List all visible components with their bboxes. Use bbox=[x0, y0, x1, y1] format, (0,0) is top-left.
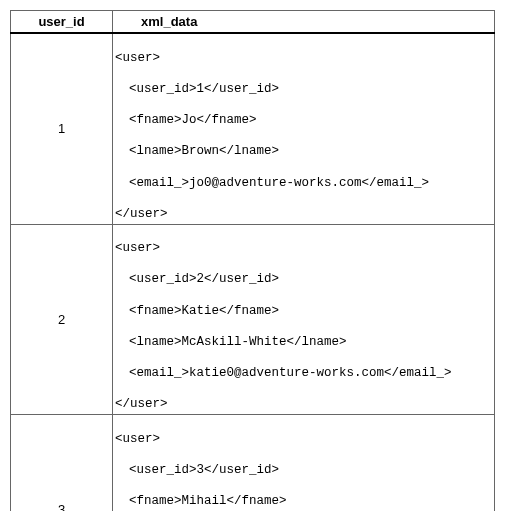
xml-email-line: <email_>jo0@adventure-works.com</email_> bbox=[115, 176, 490, 192]
cell-user-id: 1 bbox=[11, 33, 113, 224]
cell-xml-data: <user> <user_id>3</user_id> <fname>Mihai… bbox=[113, 415, 495, 512]
xml-user-id-line: <user_id>1</user_id> bbox=[115, 82, 490, 98]
xml-open-tag: <user> bbox=[115, 432, 490, 448]
xml-close-tag: </user> bbox=[115, 397, 490, 413]
xml-fname-line: <fname>Mihail</fname> bbox=[115, 494, 490, 510]
header-user-id: user_id bbox=[11, 11, 113, 34]
table-row: 3 <user> <user_id>3</user_id> <fname>Mih… bbox=[11, 415, 495, 512]
xml-open-tag: <user> bbox=[115, 51, 490, 67]
table-row: 1 <user> <user_id>1</user_id> <fname>Jo<… bbox=[11, 33, 495, 224]
xml-user-id-line: <user_id>3</user_id> bbox=[115, 463, 490, 479]
cell-user-id: 3 bbox=[11, 415, 113, 512]
cell-user-id: 2 bbox=[11, 224, 113, 415]
xml-lname-line: <lname>Brown</lname> bbox=[115, 144, 490, 160]
cell-xml-data: <user> <user_id>1</user_id> <fname>Jo</f… bbox=[113, 33, 495, 224]
result-table: user_id xml_data 1 <user> <user_id>1</us… bbox=[10, 10, 495, 511]
xml-fname-line: <fname>Katie</fname> bbox=[115, 304, 490, 320]
xml-open-tag: <user> bbox=[115, 241, 490, 257]
xml-email-line: <email_>katie0@adventure-works.com</emai… bbox=[115, 366, 490, 382]
xml-user-id-line: <user_id>2</user_id> bbox=[115, 272, 490, 288]
header-xml-data: xml_data bbox=[113, 11, 495, 34]
xml-close-tag: </user> bbox=[115, 207, 490, 223]
xml-fname-line: <fname>Jo</fname> bbox=[115, 113, 490, 129]
xml-lname-line: <lname>McAskill-White</lname> bbox=[115, 335, 490, 351]
header-row: user_id xml_data bbox=[11, 11, 495, 34]
table-row: 2 <user> <user_id>2</user_id> <fname>Kat… bbox=[11, 224, 495, 415]
cell-xml-data: <user> <user_id>2</user_id> <fname>Katie… bbox=[113, 224, 495, 415]
